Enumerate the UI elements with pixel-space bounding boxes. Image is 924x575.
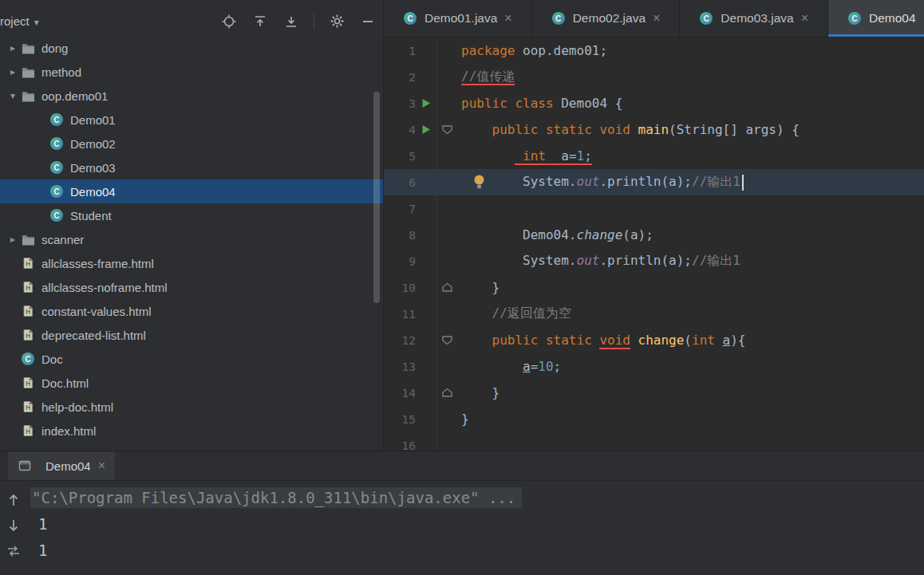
code-line-14[interactable]: 14 } [384,380,924,406]
code-line-1[interactable]: 1package oop.demo01; [384,37,924,64]
tree-chevron-icon[interactable] [5,234,21,245]
code-text: } [457,412,469,427]
tree-item-help-doc.html[interactable]: Hhelp-doc.html [0,395,383,419]
tree-item-dong[interactable]: dong [0,36,383,60]
code-token: } [461,412,469,427]
tree-item-label: dong [41,41,68,55]
tree-item-method[interactable]: method [0,60,383,84]
run-line-icon[interactable] [416,98,436,108]
fold-start-icon[interactable] [436,116,457,143]
tree-chevron-icon[interactable] [5,90,21,101]
tree-item-Doc[interactable]: CDoc [0,347,383,371]
tree-item-index.html[interactable]: Hindex.html [0,419,383,443]
code-line-15[interactable]: 15} [384,406,924,432]
dropdown-caret-icon[interactable] [34,14,39,29]
gutter-spacer [436,406,457,432]
tree-item-Student[interactable]: CStudent [0,203,383,227]
tree-chevron-icon[interactable] [5,42,21,53]
run-tab-demo04[interactable]: Demo04 [8,451,115,480]
fold-end-icon[interactable] [436,380,457,406]
tree-item-allclasses-noframe.html[interactable]: Hallclasses-noframe.html [0,275,383,299]
code-token: //值传递 [461,69,515,85]
editor-code[interactable]: 1package oop.demo01;2//值传递3public class … [384,37,924,451]
editor-tab-Demo03.java[interactable]: CDemo03.java [680,0,828,37]
editor-tab-Demo02.java[interactable]: CDemo02.java [532,0,681,37]
intention-bulb-icon[interactable] [473,174,485,190]
project-panel-title[interactable]: roject [0,14,30,28]
class-icon: C [404,12,417,25]
run-panel-tab-bar: Demo04 [0,451,924,481]
editor-tab-Demo01.java[interactable]: CDemo01.java [384,0,532,37]
code-line-4[interactable]: 4 public static void main(String[] args)… [384,116,924,143]
code-line-3[interactable]: 3public class Demo04 { [384,90,924,116]
code-token: (String[] args) { [669,122,800,137]
svg-text:H: H [26,332,30,340]
svg-text:H: H [26,380,30,388]
code-token: ; [584,148,592,165]
close-icon[interactable] [653,12,660,25]
locate-icon[interactable] [220,13,238,30]
line-number: 15 [384,413,416,426]
code-token: ; [554,359,562,374]
tree-item-partial[interactable] [0,443,383,451]
html-icon: H [21,328,35,342]
console-line: 1 [30,511,924,538]
tree-item-deprecated-list.html[interactable]: Hdeprecated-list.html [0,323,383,347]
code-text: a=10; [457,359,561,374]
tree-chevron-icon[interactable] [5,66,21,77]
tree-item-scanner[interactable]: scanner [0,227,383,251]
code-token: change [638,333,685,348]
line-number: 8 [384,229,416,242]
code-line-12[interactable]: 12 public static void change(int a){ [384,327,924,353]
tree-item-Demo02[interactable]: CDemo02 [0,132,383,156]
class-icon: C [50,185,63,198]
editor-tab-Demo04[interactable]: CDemo04 [828,0,924,37]
code-line-16[interactable]: 16 [384,432,924,451]
code-line-5[interactable]: 5 int a=1; [384,143,924,169]
soft-wrap-icon[interactable] [5,542,22,560]
code-line-13[interactable]: 13 a=10; [384,353,924,380]
tree-item-oop.demo01[interactable]: oop.demo01 [0,84,383,108]
code-token: .println(a); [599,253,692,268]
folder-icon [21,65,35,79]
code-line-7[interactable]: 7 [384,195,924,222]
fold-start-icon[interactable] [436,327,457,353]
expand-all-icon[interactable] [282,13,300,30]
tree-item-Demo01[interactable]: CDemo01 [0,108,383,132]
tree-item-label: allclasses-noframe.html [41,281,168,294]
close-icon[interactable] [504,12,511,25]
arrow-up-icon[interactable] [5,491,22,509]
collapse-all-icon[interactable] [251,13,269,30]
code-token: main [638,122,669,137]
code-line-11[interactable]: 11 //返回值为空 [384,301,924,327]
run-line-icon[interactable] [416,124,436,135]
code-line-6[interactable]: 6 System.out.println(a);//输出1 [384,169,924,195]
code-line-9[interactable]: 9 System.out.println(a);//输出1 [384,248,924,274]
tree-item-Demo04[interactable]: CDemo04 [0,179,383,203]
code-token: 10 [538,359,553,374]
code-line-2[interactable]: 2//值传递 [384,64,924,90]
code-text: System.out.println(a);//输出1 [457,253,740,270]
tree-item-Demo03[interactable]: CDemo03 [0,156,383,179]
code-token [515,148,523,165]
line-number: 14 [384,387,416,400]
code-token: } [461,385,500,400]
project-scrollbar-thumb[interactable] [373,92,380,303]
fold-end-icon[interactable] [436,274,457,301]
tree-item-label: index.html [41,424,96,438]
close-icon[interactable] [801,12,808,25]
minimize-icon[interactable] [359,13,377,30]
tree-item-constant-values.html[interactable]: Hconstant-values.html [0,299,383,323]
tree-item-allclasses-frame.html[interactable]: Hallclasses-frame.html [0,251,383,275]
tree-item-Doc.html[interactable]: HDoc.html [0,371,383,395]
console-icon [18,459,32,473]
gear-icon[interactable] [328,13,346,30]
tree-item-label: oop.demo01 [41,89,108,103]
code-line-10[interactable]: 10 } [384,274,924,301]
close-icon[interactable] [98,459,105,472]
code-line-8[interactable]: 8 Demo04.change(a); [384,222,924,248]
code-token: int [692,333,723,348]
code-text: public static void main(String[] args) { [457,122,800,137]
arrow-down-icon[interactable] [5,517,22,534]
line-number: 16 [384,439,416,451]
